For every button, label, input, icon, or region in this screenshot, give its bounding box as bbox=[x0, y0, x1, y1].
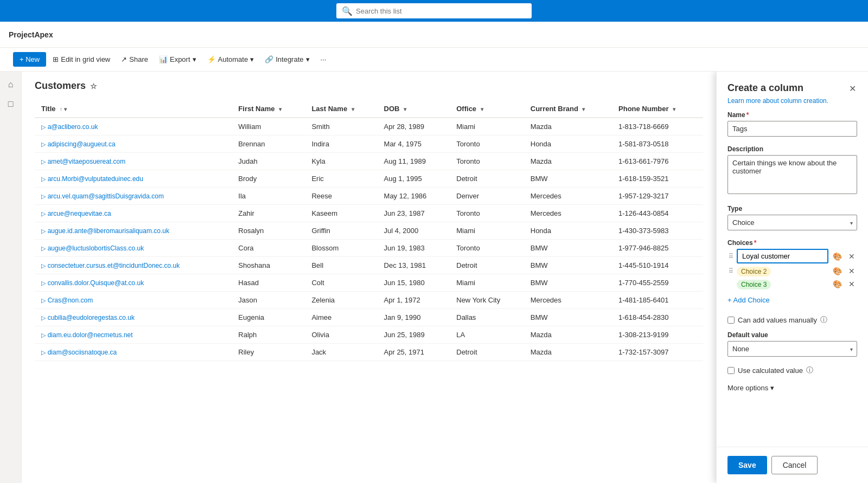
drag-handle-1[interactable]: ⠿ bbox=[727, 252, 735, 261]
cancel-button[interactable]: Cancel bbox=[771, 456, 818, 474]
cell-title: ▷ diam@sociisnatoque.ca bbox=[35, 344, 232, 361]
panel-close-button[interactable]: ✕ bbox=[848, 82, 857, 95]
star-icon[interactable]: ☆ bbox=[90, 82, 97, 91]
title-link[interactable]: augue@luctuslobortisClass.co.uk bbox=[48, 244, 144, 252]
cell-firstname: William bbox=[232, 118, 305, 136]
list-title: Customers ☆ bbox=[35, 80, 703, 92]
cell-firstname: Zahir bbox=[232, 205, 305, 222]
integrate-button[interactable]: 🔗 Integrate ▾ bbox=[260, 52, 314, 67]
title-link[interactable]: diam@sociisnatoque.ca bbox=[48, 349, 117, 356]
automate-button[interactable]: ⚡ Automate ▾ bbox=[203, 52, 259, 67]
nav-template-icon[interactable]: □ bbox=[2, 95, 20, 113]
new-button[interactable]: + New bbox=[13, 52, 46, 67]
cell-lastname: Kyla bbox=[305, 153, 377, 170]
table-row: ▷ diam.eu.dolor@necmetus.net Ralph Olivi… bbox=[35, 326, 703, 344]
cell-brand: Mercedes bbox=[524, 205, 612, 222]
grid-icon: ⊞ bbox=[53, 55, 59, 63]
can-add-manually-checkbox[interactable] bbox=[727, 317, 735, 324]
table-row: ▷ augue@luctuslobortisClass.co.uk Cora B… bbox=[35, 240, 703, 257]
title-link[interactable]: diam.eu.dolor@necmetus.net bbox=[48, 331, 133, 339]
cell-lastname: Smith bbox=[305, 118, 377, 136]
cell-firstname: Riley bbox=[232, 344, 305, 361]
col-dob[interactable]: DOB ▾ bbox=[378, 100, 450, 118]
name-input[interactable] bbox=[727, 121, 857, 137]
use-calculated-row: Use calculated value ⓘ bbox=[727, 365, 857, 375]
cell-phone: 1-732-157-3097 bbox=[612, 344, 703, 361]
cell-office: Denver bbox=[450, 188, 524, 205]
description-textarea[interactable]: Certain things we know about the custome… bbox=[727, 155, 857, 194]
title-link[interactable]: amet@vitaeposuereat.com bbox=[48, 158, 126, 165]
choice-3-badge: Choice 3 bbox=[737, 280, 771, 289]
title-link[interactable]: consectetuer.cursus.et@tinciduntDonec.co… bbox=[48, 262, 180, 269]
choice-3-color-button[interactable]: 🎨 bbox=[831, 279, 844, 289]
export-chevron-icon: ▾ bbox=[193, 55, 196, 63]
cell-dob: May 12, 1986 bbox=[378, 188, 450, 205]
cell-dob: Apr 28, 1989 bbox=[378, 118, 450, 136]
use-calculated-checkbox[interactable] bbox=[727, 367, 735, 374]
add-choice-button[interactable]: + Add Choice bbox=[727, 294, 770, 306]
cell-office: New York City bbox=[450, 292, 524, 309]
title-link[interactable]: augue.id.ante@liberomaurisaliquam.co.uk bbox=[48, 227, 169, 235]
top-bar: 🔍 bbox=[0, 0, 868, 22]
choice-1-delete-button[interactable]: ✕ bbox=[846, 251, 857, 262]
can-add-info-icon[interactable]: ⓘ bbox=[820, 315, 827, 325]
cell-lastname: Aimee bbox=[305, 309, 377, 326]
default-value-select[interactable]: None bbox=[727, 341, 857, 357]
search-box[interactable]: 🔍 bbox=[336, 3, 532, 18]
col-firstname[interactable]: First Name ▾ bbox=[232, 100, 305, 118]
list-area: Customers ☆ Title ↑ ▾ First Name ▾ Last … bbox=[22, 72, 716, 483]
learn-more-link[interactable]: Learn more about column creation. bbox=[717, 95, 868, 111]
type-select[interactable]: Choice Text Number Date Person Yes/No bbox=[727, 215, 857, 230]
choice-2-delete-button[interactable]: ✕ bbox=[846, 266, 857, 276]
choice-1-color-button[interactable]: 🎨 bbox=[831, 251, 844, 262]
panel-header: Create a column ✕ bbox=[717, 72, 868, 95]
export-icon: 📊 bbox=[159, 55, 168, 63]
cell-brand: BMW bbox=[524, 240, 612, 257]
col-lastname[interactable]: Last Name ▾ bbox=[305, 100, 377, 118]
cell-brand: Honda bbox=[524, 136, 612, 153]
nav-home-icon[interactable]: ⌂ bbox=[2, 76, 20, 93]
cell-lastname: Jack bbox=[305, 344, 377, 361]
default-value-label: Default value bbox=[727, 331, 857, 339]
panel-body: Name * Description Certain things we kno… bbox=[717, 111, 868, 447]
more-options-button[interactable]: More options ▾ bbox=[727, 382, 774, 394]
cell-dob: Jun 25, 1989 bbox=[378, 326, 450, 344]
cell-title: ▷ convallis.dolor.Quisque@at.co.uk bbox=[35, 274, 232, 292]
cell-firstname: Hasad bbox=[232, 274, 305, 292]
use-calculated-info-icon[interactable]: ⓘ bbox=[806, 365, 813, 375]
app-bar: ProjectApex bbox=[0, 22, 868, 48]
cell-firstname: Eugenia bbox=[232, 309, 305, 326]
col-phone[interactable]: Phone Number ▾ bbox=[612, 100, 703, 118]
share-button[interactable]: ↗ Share bbox=[117, 52, 152, 67]
cell-lastname: Zelenia bbox=[305, 292, 377, 309]
title-link[interactable]: arcu.Morbi@vulputateduinec.edu bbox=[48, 175, 143, 183]
title-link[interactable]: cubilia@eudoloregestas.co.uk bbox=[48, 314, 135, 321]
col-office[interactable]: Office ▾ bbox=[450, 100, 524, 118]
integrate-chevron-icon: ▾ bbox=[306, 55, 310, 63]
more-toolbar-button[interactable]: ··· bbox=[316, 52, 331, 67]
title-link[interactable]: convallis.dolor.Quisque@at.co.uk bbox=[48, 279, 144, 287]
choice-3-delete-button[interactable]: ✕ bbox=[846, 279, 857, 289]
choice-2-color-button[interactable]: 🎨 bbox=[831, 266, 844, 276]
choice-1-input[interactable] bbox=[737, 249, 828, 263]
title-link[interactable]: adipiscing@augueut.ca bbox=[48, 140, 116, 148]
col-title[interactable]: Title ↑ ▾ bbox=[35, 100, 232, 118]
edit-grid-button[interactable]: ⊞ Edit in grid view bbox=[48, 52, 114, 67]
col-brand[interactable]: Current Brand ▾ bbox=[524, 100, 612, 118]
cell-title: ▷ Cras@non.com bbox=[35, 292, 232, 309]
table-row: ▷ arcu.Morbi@vulputateduinec.edu Brody E… bbox=[35, 170, 703, 188]
cell-phone: 1-813-718-6669 bbox=[612, 118, 703, 136]
default-value-select-wrapper: None ▾ bbox=[727, 341, 857, 357]
type-label: Type bbox=[727, 205, 857, 212]
search-input[interactable] bbox=[356, 7, 526, 15]
export-button[interactable]: 📊 Export ▾ bbox=[155, 52, 201, 67]
choices-field-group: Choices * ⠿ 🎨 ✕ ⠿ bbox=[727, 239, 857, 306]
title-link[interactable]: arcu.vel.quam@sagittisDuisgravida.com bbox=[48, 192, 164, 200]
description-field-group: Description Certain things we know about… bbox=[727, 145, 857, 196]
cell-title: ▷ amet@vitaeposuereat.com bbox=[35, 153, 232, 170]
drag-handle-2[interactable]: ⠿ bbox=[727, 266, 735, 276]
title-link[interactable]: Cras@non.com bbox=[48, 297, 93, 304]
save-button[interactable]: Save bbox=[727, 456, 767, 474]
title-link[interactable]: a@aclibero.co.uk bbox=[48, 123, 98, 131]
title-link[interactable]: arcue@nequevitae.ca bbox=[48, 210, 111, 217]
